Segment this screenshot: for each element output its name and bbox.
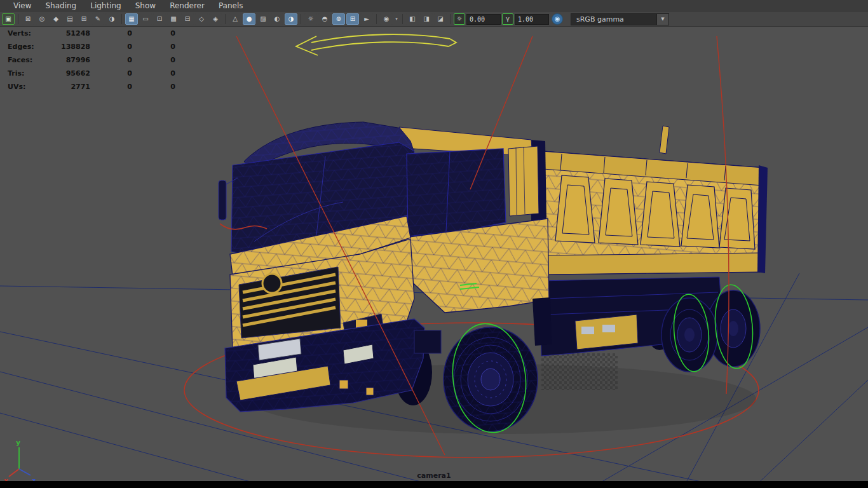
select-camera-icon[interactable]: ▣ [2, 13, 15, 25]
hud-label: Faces: [8, 56, 44, 64]
grid-icon[interactable]: ▦ [125, 13, 138, 25]
hud-col3: 0 [132, 56, 175, 64]
isolate-select-icon[interactable]: ◉ [380, 13, 393, 25]
gate-mask-icon[interactable]: ▩ [167, 13, 180, 25]
toolbar-separator [121, 14, 122, 24]
hud-col3: 0 [132, 83, 175, 91]
view-transform-dropdown[interactable]: sRGB gamma ▼ [571, 13, 669, 25]
toolbar-separator [376, 14, 377, 24]
plate-mode-icon[interactable]: ◪ [434, 13, 447, 25]
steering-arrow-controller[interactable] [296, 34, 456, 55]
hud-label: Verts: [8, 29, 44, 37]
gamma-input[interactable] [515, 14, 549, 25]
view-transform-value: sRGB gamma [571, 15, 656, 24]
poly-count-hud: Verts: 51248 0 0 Edges: 138828 0 0 Faces… [8, 27, 175, 93]
hud-total: 138828 [44, 43, 90, 51]
textured-icon[interactable]: ▨ [257, 13, 269, 25]
two-d-pan-zoom-icon[interactable]: ⊞ [78, 13, 90, 25]
use-default-material-icon[interactable]: ◐ [271, 13, 283, 25]
screen-space-ao-icon[interactable]: ⊚ [332, 13, 345, 25]
menu-renderer[interactable]: Renderer [163, 0, 212, 12]
resolution-gate-icon[interactable]: ⊡ [153, 13, 166, 25]
hud-total: 2771 [44, 83, 90, 91]
hud-col3: 0 [132, 43, 175, 51]
wireframe-icon[interactable]: △ [229, 13, 241, 25]
menu-lighting[interactable]: Lighting [83, 0, 128, 12]
image-plane-icon[interactable]: ▤ [64, 13, 76, 25]
multisample-aa-icon[interactable]: ⊞ [346, 13, 359, 25]
hud-col2: 0 [90, 69, 132, 78]
hud-col3: 0 [132, 29, 175, 37]
xray-joints-icon[interactable]: ◨ [420, 13, 433, 25]
isolate-select-caret-icon[interactable]: ▾ [394, 17, 399, 22]
bookmark-icon[interactable]: ◆ [50, 13, 62, 25]
camera-attributes-icon[interactable]: ◎ [36, 13, 48, 25]
toolbar-separator [301, 14, 301, 24]
hud-col2: 0 [90, 56, 132, 64]
axis-y-label: y [16, 438, 20, 447]
field-chart-icon[interactable]: ⊟ [181, 13, 194, 25]
hud-label: Tris: [8, 69, 44, 78]
menu-show[interactable]: Show [128, 0, 163, 12]
lock-camera-icon[interactable]: ⊠ [22, 13, 34, 25]
default-lighting-icon[interactable]: ☼ [304, 13, 317, 25]
chevron-down-icon[interactable]: ▼ [656, 14, 668, 25]
hud-total: 95662 [44, 69, 90, 78]
film-gate-icon[interactable]: ▭ [139, 13, 152, 25]
viewport-3d[interactable]: y x z [0, 26, 868, 488]
hud-col2: 0 [90, 43, 132, 51]
toolbar-separator [450, 14, 451, 24]
hud-label: Edges: [8, 43, 44, 51]
shadows-icon[interactable]: ◓ [318, 13, 331, 25]
safe-title-icon[interactable]: ◈ [209, 13, 222, 25]
gamma-icon[interactable]: γ [502, 13, 513, 25]
smooth-shaded-icon[interactable]: ● [243, 13, 255, 25]
hud-col3: 0 [132, 69, 175, 78]
xray-icon[interactable]: ◧ [406, 13, 419, 25]
camera-name-label: camera1 [0, 471, 868, 480]
snapshot-icon[interactable]: ◑ [105, 13, 118, 25]
hud-total: 87996 [44, 56, 90, 64]
toolbar-separator [225, 14, 226, 24]
exposure-icon[interactable]: ☼ [454, 13, 465, 25]
grease-pencil-icon[interactable]: ✎ [92, 13, 104, 25]
truck-dump-bed [530, 126, 768, 300]
hud-total: 51248 [44, 29, 90, 37]
toolbar-separator [18, 14, 18, 24]
wireframe-on-shaded-icon[interactable]: ◑ [285, 13, 297, 25]
panel-toolbar: ▣ ⊠ ◎ ◆ ▤ ⊞ ✎ ◑ ▦ ▭ ⊡ ▩ ⊟ ◇ ◈ △ ● ▨ ◐ ◑ … [0, 12, 868, 27]
menu-shading[interactable]: Shading [38, 0, 83, 12]
menu-panels[interactable]: Panels [212, 0, 250, 12]
toolbar-separator [402, 14, 403, 24]
motion-blur-icon[interactable]: ► [360, 13, 373, 25]
bottom-black-bar [0, 481, 868, 488]
hud-label: UVs: [8, 83, 44, 91]
safe-action-icon[interactable]: ◇ [195, 13, 208, 25]
color-management-icon[interactable]: ◉ [552, 13, 563, 25]
exposure-input[interactable] [466, 14, 501, 25]
panel-menu-bar: View Shading Lighting Show Renderer Pane… [0, 0, 868, 12]
menu-view[interactable]: View [6, 0, 38, 12]
hud-col2: 0 [90, 29, 132, 37]
hud-col2: 0 [90, 83, 132, 91]
